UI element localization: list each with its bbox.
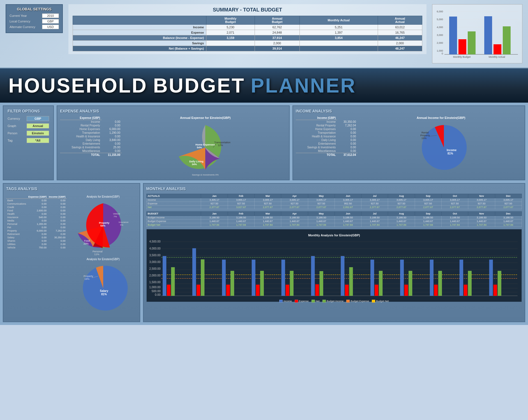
svg-text:0.00: 0.00 <box>155 293 160 296</box>
expense-row: Home Expenses6,000.00 <box>60 127 122 131</box>
svg-rect-93 <box>285 285 289 296</box>
svg-text:Transportation: Transportation <box>214 141 230 144</box>
tags-analysis-title: TAGS ANALYSIS <box>6 186 137 191</box>
net-monthly-budget-empty <box>206 46 255 51</box>
legend-budget-income-color <box>322 300 326 303</box>
monthly-chart-svg: 4,500.00 4,000.00 3,500.00 3,000.00 2,50… <box>149 238 519 297</box>
list-item: Bank0.000.00 <box>6 199 67 202</box>
budget-mar: Mar <box>254 212 281 216</box>
expense-monthly-actual: 1,397 <box>299 30 378 35</box>
tag-value[interactable]: *All <box>27 138 49 143</box>
col-header-blank <box>73 16 206 25</box>
person-value[interactable]: Einstein <box>27 131 49 136</box>
tags-chart1-title: Analysis for Einstein(GBP) <box>70 195 137 198</box>
actuals-jan: Jan <box>201 194 228 198</box>
alternate-currency-row: Alternate Currency USD <box>10 25 59 29</box>
expense-row: Expense 2,071 24,848 1,397 16,765 <box>73 30 422 35</box>
svg-text:54%: 54% <box>100 224 105 227</box>
svg-text:6,000: 6,000 <box>437 10 443 13</box>
svg-text:Monthly Actual: Monthly Actual <box>489 56 505 58</box>
col-monthly-budget: MonthlyBudget <box>206 16 255 25</box>
svg-text:Savings & Investments 0%: Savings & Investments 0% <box>192 174 219 176</box>
actuals-oct: Oct <box>441 194 468 198</box>
actuals-dec: Dec <box>495 194 522 198</box>
balance-annual-budget: 37,914 <box>255 35 299 41</box>
income-row: TOTAL37,612.04 <box>296 153 358 157</box>
income-monthly-budget: 5,230 <box>206 25 255 30</box>
legend-income-label: Income <box>283 300 292 303</box>
legend-net-label: Net <box>316 300 320 303</box>
graph-label: Graph <box>8 124 24 128</box>
global-settings: GLOBAL SETTINGS Current Year 2010 Local … <box>6 4 63 33</box>
legend-budget-income: Budget Income <box>322 300 344 303</box>
col-annual-budget: AnnualBudget <box>255 16 299 25</box>
current-year-label: Current Year <box>10 14 40 17</box>
svg-rect-95 <box>311 256 315 296</box>
income-pie-chart: Income 81% Rental Property 19% <box>407 121 475 177</box>
savings-label: Savings <box>73 41 206 46</box>
actuals-header: ACTUALS <box>146 194 201 198</box>
income-row: Rental Property7,262.04 <box>296 124 358 127</box>
svg-rect-106 <box>409 271 412 296</box>
svg-text:2,000: 2,000 <box>437 41 443 44</box>
net-row: Net (Balance + Savings) 39,914 48,247 <box>73 46 422 51</box>
svg-rect-19 <box>503 26 511 54</box>
income-chart-title: Annual Income for Einstein(GBP) <box>417 116 465 119</box>
svg-text:1,000.00: 1,000.00 <box>149 285 161 289</box>
svg-rect-96 <box>315 284 319 296</box>
svg-rect-113 <box>489 260 493 296</box>
actuals-sep: Sep <box>415 194 441 198</box>
svg-rect-91 <box>260 271 264 296</box>
net-annual-budget: 39,914 <box>255 46 299 51</box>
svg-rect-112 <box>468 271 471 296</box>
expense-col-header: Expense (GBP) <box>60 116 102 120</box>
svg-rect-101 <box>370 260 374 296</box>
budget-sep: Sep <box>415 212 441 216</box>
col-annual-actual: AnnualActual <box>378 16 422 25</box>
list-item: Food2,600.000.00 <box>6 209 67 212</box>
budget-header: BUDGET <box>146 212 201 216</box>
legend-expense-label: Expense <box>299 300 309 303</box>
svg-rect-98 <box>341 256 344 296</box>
graph-value[interactable]: Annual <box>27 123 49 128</box>
actuals-nov: Nov <box>468 194 495 198</box>
legend-budget-income-label: Budget Income <box>327 300 344 303</box>
monthly-chart-legend: Income Expense Net Budget Income <box>149 300 519 303</box>
actuals-jun: Jun <box>335 194 361 198</box>
expense-monthly-budget: 2,071 <box>206 30 255 35</box>
list-item: Health0.000.00 <box>6 212 67 216</box>
balance-row: Balance (Income - Expense) 3,159 37,914 … <box>73 35 422 41</box>
svg-text:Food: Food <box>84 239 90 242</box>
income-analysis-title: INCOME ANALYSIS <box>296 109 522 113</box>
tags-chart2: Analysis for Einstein(GBP) Salary 81% Pr… <box>70 258 137 319</box>
currency-row: Currency GBP <box>8 116 49 121</box>
budget-expense-row: Budget Expense1,440.671,440.671,440.671,… <box>146 220 522 223</box>
svg-text:12%: 12% <box>218 144 223 147</box>
income-row: Transportation0.00 <box>296 131 358 135</box>
income-row: Daily Living0.00 <box>296 138 358 142</box>
list-item: Personal1,265.000.00 <box>6 222 67 226</box>
list-item: Retirement0.000.00 <box>6 232 67 236</box>
main-content: FILTER OPTIONS Currency GBP Graph Annual… <box>0 103 528 325</box>
legend-budget-net: Budget Net <box>372 300 389 303</box>
legend-budget-expense-color <box>346 300 350 303</box>
expense-pie-container: Annual Expense for Einstein(GBP) Home Ex… <box>124 116 286 177</box>
svg-text:500.00: 500.00 <box>151 289 160 293</box>
svg-rect-80 <box>163 256 166 296</box>
income-label: Income <box>73 25 206 30</box>
svg-text:Income: Income <box>447 149 456 152</box>
tags-col-label <box>6 195 27 199</box>
net-monthly-actual-empty <box>299 46 378 51</box>
legend-income: Income <box>279 300 292 303</box>
expense-table: Expense (GBP) Income0.00Rental Property0… <box>60 116 122 177</box>
title-planner: PLANNER <box>251 74 356 97</box>
monthly-actuals-table: ACTUALS JanFeb MarApr MayJun JulAug SepO… <box>146 194 522 209</box>
savings-monthly-actual-empty <box>299 41 378 46</box>
currency-value[interactable]: GBP <box>27 116 49 121</box>
budget-dec: Dec <box>495 212 522 216</box>
svg-rect-114 <box>493 285 497 296</box>
svg-rect-109 <box>438 271 442 296</box>
svg-text:34%: 34% <box>192 163 197 166</box>
list-item: Vehicle750.000.00 <box>6 246 67 249</box>
list-item: Media0.000.00 <box>6 219 67 222</box>
